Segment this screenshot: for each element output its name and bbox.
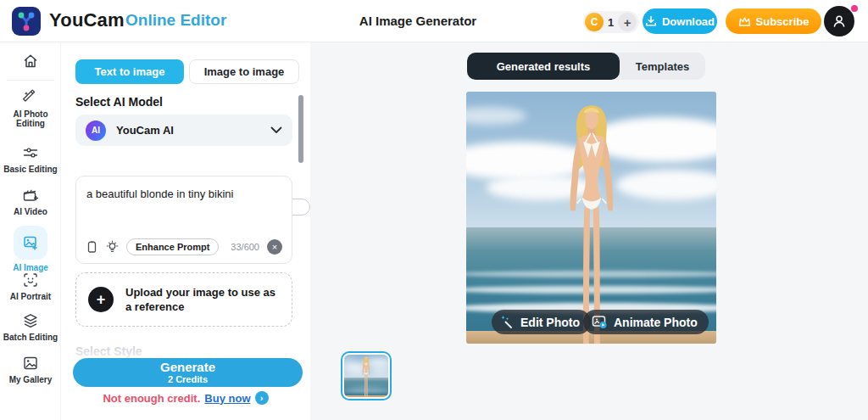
download-label: Download — [662, 15, 715, 28]
prompt-idea-bulb-icon[interactable] — [106, 240, 119, 254]
mode-tabs: Text to image Image to image — [75, 59, 299, 84]
logo-suffix: Online Editor — [125, 11, 226, 30]
panel-scrollbar[interactable] — [298, 95, 303, 163]
add-credits-button[interactable]: + — [618, 13, 637, 31]
tab-image-to-image[interactable]: Image to image — [189, 59, 299, 84]
app-header: YouCam Online Editor AI Image Generator … — [0, 0, 868, 42]
sidebar-divider — [7, 80, 54, 81]
sidebar-item-label: AI Portrait — [0, 292, 61, 301]
plus-icon: + — [88, 287, 114, 312]
generate-label: Generate — [73, 361, 303, 373]
animate-photo-label: Animate Photo — [614, 316, 698, 329]
batch-editing-icon — [22, 312, 39, 329]
woman-figure — [357, 356, 376, 397]
sidebar-item-my-gallery[interactable]: My Gallery — [0, 355, 61, 384]
notification-dot — [851, 5, 858, 12]
credits-count: 1 — [608, 16, 614, 29]
upload-reference-text: Upload your image to use as a reference — [125, 285, 280, 314]
ai-video-icon — [22, 187, 39, 204]
ai-image-icon — [22, 234, 39, 251]
woman-figure — [539, 102, 644, 344]
animate-photo-button[interactable]: Animate Photo — [583, 310, 709, 334]
edit-photo-button[interactable]: Edit Photo — [492, 310, 591, 334]
user-icon — [832, 14, 847, 29]
page-title: AI Image Generator — [342, 14, 494, 28]
credit-warning-row: Not enough credit. Buy now › — [61, 391, 310, 405]
chevron-down-icon — [270, 126, 282, 134]
sidebar-item-ai-image[interactable]: AI Image — [0, 226, 61, 272]
results-area: Generated results Templates — [310, 42, 868, 420]
edit-photo-label: Edit Photo — [520, 316, 580, 329]
prompt-toolbar: Enhance Prompt 33/600 × — [76, 238, 292, 255]
result-thumbnail-selected[interactable] — [341, 351, 392, 400]
home-icon — [22, 53, 39, 70]
result-tabs: Generated results Templates — [467, 53, 705, 80]
prompt-tag-icon[interactable] — [86, 240, 98, 254]
sidebar-item-label: AI Photo Editing — [0, 109, 61, 128]
sidebar-item-basic-editing[interactable]: Basic Editing — [0, 144, 61, 174]
tab-text-to-image[interactable]: Text to image — [75, 59, 184, 84]
ai-model-value: YouCam AI — [116, 124, 270, 137]
enhance-prompt-button[interactable]: Enhance Prompt — [126, 238, 219, 255]
magic-wand-icon — [500, 315, 515, 329]
sidebar-item-home[interactable] — [22, 53, 39, 70]
basic-editing-icon — [22, 144, 39, 161]
credit-warning-text: Not enough credit. — [103, 392, 200, 405]
youcam-logo-icon[interactable] — [12, 7, 41, 36]
animate-photo-icon — [592, 315, 608, 329]
credits-pill[interactable]: C 1 + — [583, 11, 639, 33]
ai-portrait-icon — [22, 272, 39, 288]
style-row-peek — [73, 407, 292, 420]
generate-button[interactable]: Generate 2 Credits — [73, 358, 303, 387]
sidebar-item-label: My Gallery — [0, 375, 61, 384]
sidebar: AI Photo Editing Basic Editing AI Video — [0, 42, 61, 420]
clear-prompt-button[interactable]: × — [267, 239, 282, 255]
generate-credits-label: 2 Credits — [73, 375, 303, 384]
sidebar-item-ai-portrait[interactable]: AI Portrait — [0, 272, 61, 301]
generated-image[interactable] — [466, 92, 716, 344]
active-item-highlight — [14, 226, 47, 260]
ai-model-select[interactable]: AI YouCam AI — [75, 115, 292, 146]
download-icon — [645, 15, 657, 27]
download-button[interactable]: Download — [643, 8, 717, 34]
prompt-input[interactable]: a beautiful blonde in tiny bikini Enhanc… — [75, 176, 292, 264]
sidebar-item-label: Batch Editing — [0, 333, 61, 342]
credit-coin-icon: C — [585, 13, 604, 31]
model-section-label: Select AI Model — [75, 95, 163, 109]
sidebar-item-label: AI Video — [0, 207, 61, 216]
sidebar-item-ai-video[interactable]: AI Video — [0, 187, 61, 216]
cloud — [466, 107, 526, 125]
sidebar-item-batch-editing[interactable]: Batch Editing — [0, 312, 61, 342]
user-avatar[interactable] — [824, 6, 854, 36]
ai-photo-editing-icon — [22, 89, 39, 106]
buy-now-arrow-icon[interactable]: › — [255, 391, 269, 405]
tab-generated-results[interactable]: Generated results — [467, 53, 620, 80]
sidebar-item-ai-photo-editing[interactable]: AI Photo Editing — [0, 89, 61, 128]
upload-reference-dropzone[interactable]: + Upload your image to use as a referenc… — [75, 272, 292, 327]
logo-text: YouCam — [49, 9, 125, 31]
beach-photo — [344, 355, 388, 397]
beach-photo — [466, 92, 716, 344]
tab-templates[interactable]: Templates — [620, 53, 705, 80]
buy-now-link[interactable]: Buy now — [204, 392, 250, 405]
generator-panel: Text to image Image to image Select AI M… — [61, 42, 310, 420]
char-counter: 33/600 — [231, 242, 259, 252]
prompt-value: a beautiful blonde in tiny bikini — [76, 176, 292, 201]
thumbnail-image — [344, 355, 388, 397]
cloud — [344, 357, 354, 361]
crown-icon — [738, 16, 751, 27]
select-style-label: Select Style — [75, 344, 142, 358]
subscribe-label: Subscribe — [756, 15, 810, 28]
my-gallery-icon — [22, 355, 39, 372]
sidebar-item-label: Basic Editing — [0, 165, 61, 174]
subscribe-button[interactable]: Subscribe — [726, 8, 821, 34]
ai-model-badge-icon: AI — [86, 120, 106, 141]
